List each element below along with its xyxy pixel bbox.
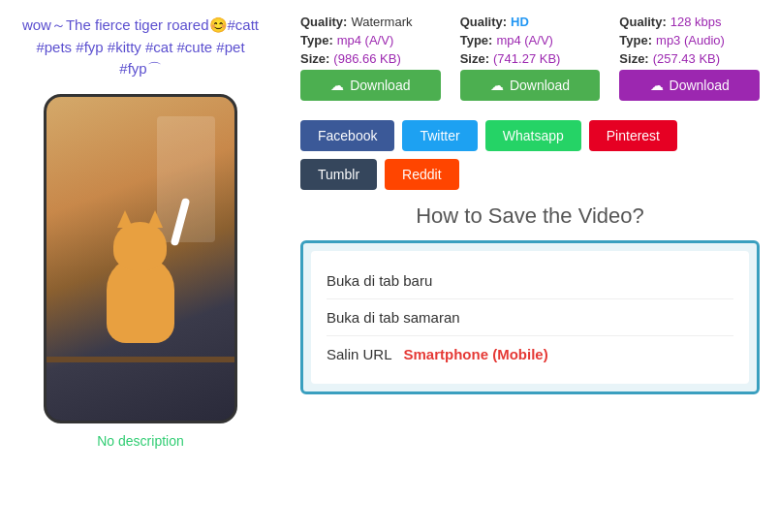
share-pinterest-button[interactable]: Pinterest — [589, 120, 677, 151]
download-label-hd: Download — [510, 78, 570, 93]
size-info-audio: Size: (257.43 KB) — [619, 51, 760, 66]
type-info-audio: Type: mp3 (Audio) — [619, 33, 760, 47]
instruction-value-3: Smartphone (Mobile) — [404, 346, 548, 362]
video-thumbnail — [47, 97, 234, 421]
size-label-audio: Size: — [619, 51, 648, 66]
instruction-item-3: Salin URL Smartphone (Mobile) — [327, 336, 733, 372]
instruction-box: Buka di tab baru Buka di tab samaran Sal… — [300, 240, 760, 394]
bg-decoration — [157, 116, 215, 242]
quality-info-hd: Quality: HD — [460, 15, 601, 29]
quality-val-audio: 128 kbps — [670, 15, 722, 29]
size-val-audio: (257.43 KB) — [653, 51, 720, 66]
type-label-audio: Type: — [619, 33, 652, 47]
instruction-label-3: Salin URL — [327, 346, 392, 362]
share-twitter-button[interactable]: Twitter — [402, 120, 477, 151]
quality-val-hd: HD — [511, 15, 529, 29]
how-to-title: How to Save the Video? — [300, 203, 760, 229]
type-label-hd: Type: — [460, 33, 493, 47]
download-label-wm: Download — [350, 78, 410, 93]
size-label-hd: Size: — [460, 51, 489, 66]
left-panel: wow～The fierce tiger roared😊#catt #pets … — [0, 0, 281, 532]
quality-info-audio: Quality: 128 kbps — [619, 15, 760, 29]
instruction-label-1: Buka di tab baru — [327, 272, 432, 289]
cloud-icon-audio: ☁ — [650, 78, 664, 93]
cloud-icon-wm: ☁ — [330, 78, 344, 93]
instruction-item-2: Buka di tab samaran — [327, 299, 733, 336]
type-label-wm: Type: — [300, 33, 333, 47]
quality-col-watermark: Quality: Watermark Type: mp4 (A/V) Size:… — [300, 15, 441, 110]
share-tumblr-button[interactable]: Tumblr — [300, 159, 377, 190]
quality-info-wm: Quality: Watermark — [300, 15, 441, 29]
quality-val-wm: Watermark — [351, 15, 412, 29]
page-container: wow～The fierce tiger roared😊#catt #pets … — [0, 0, 779, 532]
quality-label-hd: Quality: — [460, 15, 507, 29]
type-val-hd: mp4 (A/V) — [496, 33, 553, 47]
type-info-hd: Type: mp4 (A/V) — [460, 33, 601, 47]
size-label-wm: Size: — [300, 51, 329, 66]
share-reddit-button[interactable]: Reddit — [385, 159, 458, 190]
download-btn-audio[interactable]: ☁ Download — [619, 70, 760, 101]
quality-col-audio: Quality: 128 kbps Type: mp3 (Audio) Size… — [619, 15, 760, 110]
quality-label-wm: Quality: — [300, 15, 347, 29]
type-info-wm: Type: mp4 (A/V) — [300, 33, 441, 47]
phone-frame — [44, 94, 237, 423]
video-caption: wow～The fierce tiger roared😊#catt #pets … — [19, 15, 262, 80]
share-facebook-button[interactable]: Facebook — [300, 120, 394, 151]
share-whatsapp-button[interactable]: Whatsapp — [485, 120, 581, 151]
size-info-hd: Size: (741.27 KB) — [460, 51, 601, 66]
download-btn-watermark[interactable]: ☁ Download — [300, 70, 441, 101]
instruction-label-2: Buka di tab samaran — [327, 309, 460, 326]
share-buttons-row2: Tumblr Reddit — [300, 159, 760, 190]
cat-ear-right — [147, 210, 163, 228]
quality-columns: Quality: Watermark Type: mp4 (A/V) Size:… — [300, 15, 760, 110]
size-val-wm: (986.66 KB) — [333, 51, 400, 66]
no-description: No description — [97, 433, 184, 449]
quality-col-hd: Quality: HD Type: mp4 (A/V) Size: (741.2… — [460, 15, 601, 110]
cat-head — [113, 222, 167, 270]
instruction-item-1: Buka di tab baru — [327, 263, 733, 299]
size-info-wm: Size: (986.66 KB) — [300, 51, 441, 66]
cat-illustration — [107, 256, 174, 343]
cat-ear-left — [117, 210, 133, 228]
type-val-wm: mp4 (A/V) — [337, 33, 394, 47]
type-val-audio: mp3 (Audio) — [656, 33, 725, 47]
right-panel: Quality: Watermark Type: mp4 (A/V) Size:… — [281, 0, 779, 532]
table-surface — [47, 357, 234, 362]
cloud-icon-hd: ☁ — [490, 78, 504, 93]
instruction-inner: Buka di tab baru Buka di tab samaran Sal… — [311, 251, 749, 384]
quality-label-audio: Quality: — [619, 15, 666, 29]
size-val-hd: (741.27 KB) — [493, 51, 560, 66]
download-label-audio: Download — [670, 78, 730, 93]
share-buttons-row1: Facebook Twitter Whatsapp Pinterest — [300, 120, 760, 151]
download-btn-hd[interactable]: ☁ Download — [460, 70, 601, 101]
